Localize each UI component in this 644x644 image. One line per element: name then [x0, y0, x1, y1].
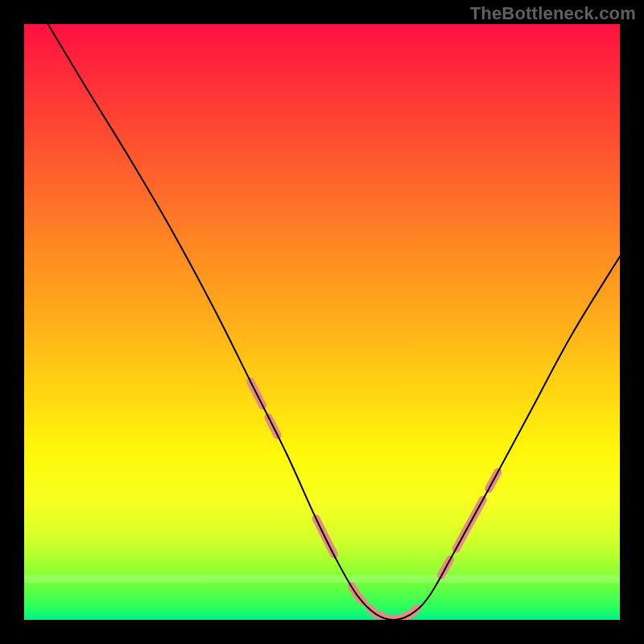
- bottleneck-curve: [48, 24, 620, 620]
- highlight-dashes: [250, 382, 497, 620]
- plot-area: [24, 24, 620, 620]
- chart-frame: TheBottleneck.com: [0, 0, 644, 644]
- curve-layer: [24, 24, 620, 620]
- watermark-text: TheBottleneck.com: [470, 3, 636, 24]
